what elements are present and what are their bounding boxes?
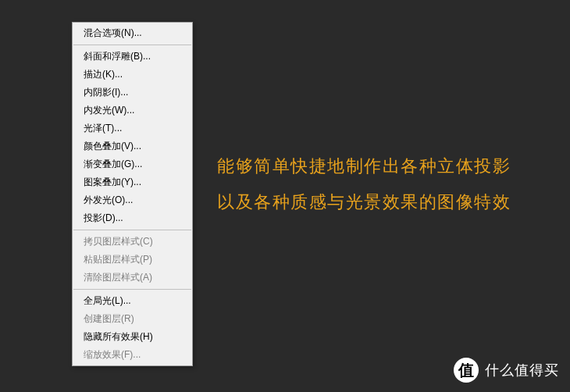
menu-item-copy-layer-style: 拷贝图层样式(C)	[73, 233, 192, 251]
menu-item-global-light[interactable]: 全局光(L)...	[73, 292, 192, 310]
menu-item-clear-layer-style: 清除图层样式(A)	[73, 269, 192, 287]
menu-item-paste-layer-style: 粘贴图层样式(P)	[73, 251, 192, 269]
menu-item-bevel-emboss[interactable]: 斜面和浮雕(B)...	[73, 48, 192, 66]
menu-separator	[73, 289, 191, 290]
menu-item-satin[interactable]: 光泽(T)...	[73, 119, 192, 137]
menu-item-create-layer: 创建图层(R)	[73, 310, 192, 328]
menu-item-gradient-overlay[interactable]: 渐变叠加(G)...	[73, 155, 192, 173]
menu-separator	[73, 45, 191, 45]
menu-item-outer-glow[interactable]: 外发光(O)...	[73, 191, 192, 209]
menu-item-blending-options[interactable]: 混合选项(N)...	[73, 24, 192, 42]
layer-style-context-menu: 混合选项(N)... 斜面和浮雕(B)... 描边(K)... 内阴影(I)..…	[72, 22, 193, 366]
menu-item-drop-shadow[interactable]: 投影(D)...	[73, 209, 192, 227]
caption-text: 能够简单快捷地制作出各种立体投影 以及各种质感与光景效果的图像特效	[217, 148, 511, 220]
menu-item-pattern-overlay[interactable]: 图案叠加(Y)...	[73, 173, 192, 191]
menu-item-inner-glow[interactable]: 内发光(W)...	[73, 102, 192, 119]
menu-item-hide-all-effects[interactable]: 隐藏所有效果(H)	[73, 328, 192, 346]
caption-line-1: 能够简单快捷地制作出各种立体投影	[217, 148, 511, 184]
watermark-icon: 值	[454, 358, 479, 383]
menu-item-scale-effects: 缩放效果(F)...	[73, 346, 192, 364]
menu-item-inner-shadow[interactable]: 内阴影(I)...	[73, 84, 192, 102]
menu-item-color-overlay[interactable]: 颜色叠加(V)...	[73, 137, 192, 155]
watermark: 值 什么值得买	[454, 358, 559, 383]
watermark-text: 什么值得买	[485, 361, 559, 380]
menu-separator	[73, 230, 191, 230]
caption-line-2: 以及各种质感与光景效果的图像特效	[217, 184, 511, 220]
menu-item-stroke[interactable]: 描边(K)...	[73, 66, 192, 84]
